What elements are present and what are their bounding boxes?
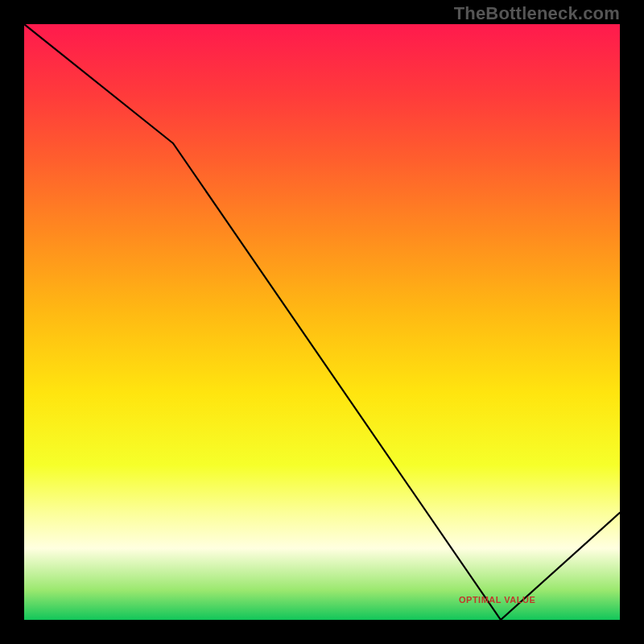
plot-area: OPTIMAL VALUE (24, 24, 620, 620)
chart-outer-frame: TheBottleneck.com OPTIMAL VALUE (0, 0, 644, 644)
bottleneck-curve (24, 24, 620, 620)
watermark-text: TheBottleneck.com (454, 3, 620, 24)
curve-path (24, 24, 620, 620)
optimal-value-label: OPTIMAL VALUE (459, 595, 535, 605)
